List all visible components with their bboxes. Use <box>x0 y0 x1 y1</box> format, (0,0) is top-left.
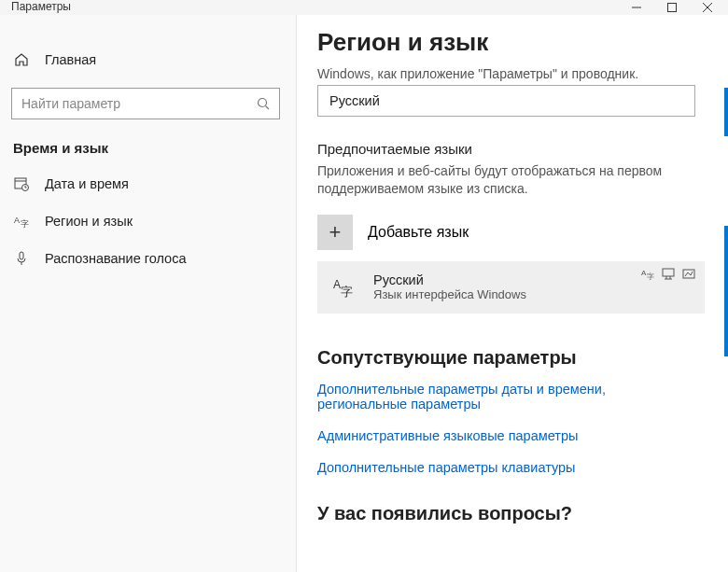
handwriting-icon <box>682 267 695 280</box>
language-feature-badges: A字 <box>641 267 695 280</box>
preferred-languages-desc: Приложения и веб-сайты будут отображатьс… <box>317 162 691 198</box>
preferred-languages-header: Предпочитаемые языки <box>317 141 704 157</box>
truncated-description: Windows, как приложение "Параметры" и пр… <box>317 66 704 81</box>
sidebar-item-label: Распознавание голоса <box>45 251 187 266</box>
language-card[interactable]: A字 Русский Язык интерфейса Windows A字 <box>317 261 705 314</box>
display-language-dropdown[interactable]: Русский <box>317 85 695 117</box>
main-panel: Регион и язык Windows, как приложение "П… <box>297 15 728 572</box>
close-button[interactable] <box>700 0 715 15</box>
svg-rect-19 <box>663 269 674 276</box>
sidebar-item-label: Регион и язык <box>45 214 133 229</box>
window-title: Параметры <box>7 0 71 13</box>
maximize-button[interactable] <box>665 0 679 15</box>
sidebar-item-region-language[interactable]: A字 Регион и язык <box>0 202 296 240</box>
display-language-value: Русский <box>329 93 380 108</box>
svg-rect-1 <box>668 4 677 12</box>
window-controls <box>629 0 721 15</box>
svg-rect-13 <box>20 252 23 259</box>
sidebar-home-label: Главная <box>45 52 96 67</box>
link-additional-keyboard[interactable]: Дополнительные параметры клавиатуры <box>317 460 691 475</box>
link-additional-date-time[interactable]: Дополнительные параметры даты и времени,… <box>317 382 691 412</box>
link-admin-language[interactable]: Административные языковые параметры <box>317 428 691 443</box>
text-to-speech-icon: A字 <box>641 267 654 280</box>
language-card-name: Русский <box>373 272 526 287</box>
calendar-clock-icon <box>13 175 30 192</box>
sidebar-group-header: Время и язык <box>0 119 296 165</box>
svg-text:A: A <box>333 278 341 291</box>
sidebar-item-date-time[interactable]: Дата и время <box>0 165 296 202</box>
svg-text:字: 字 <box>647 272 654 280</box>
language-icon: A字 <box>13 213 30 230</box>
language-glyph-icon: A字 <box>330 274 357 300</box>
sidebar: Главная Время и язык Дата и время A字 Рег… <box>0 15 297 572</box>
sidebar-home[interactable]: Главная <box>0 41 296 78</box>
titlebar: Параметры <box>0 0 728 15</box>
language-card-sub: Язык интерфейса Windows <box>373 287 526 301</box>
sidebar-item-speech[interactable]: Распознавание голоса <box>0 240 296 277</box>
svg-text:字: 字 <box>341 285 353 299</box>
svg-point-4 <box>259 99 267 107</box>
display-icon <box>662 267 675 280</box>
microphone-icon <box>13 250 30 267</box>
svg-text:字: 字 <box>21 219 29 229</box>
home-icon <box>13 51 30 68</box>
scroll-indicator[interactable] <box>724 226 728 356</box>
svg-line-5 <box>266 106 270 110</box>
related-settings-header: Сопутствующие параметры <box>317 347 704 369</box>
window-title-text: Параметры <box>11 0 71 13</box>
svg-text:A: A <box>14 216 20 225</box>
scroll-indicator[interactable] <box>724 88 728 136</box>
page-title: Регион и язык <box>317 28 704 57</box>
faq-header: У вас появились вопросы? <box>317 503 704 524</box>
sidebar-item-label: Дата и время <box>45 176 129 191</box>
add-language-label: Добавьте язык <box>368 224 469 241</box>
search-icon <box>257 97 270 110</box>
add-language-button[interactable]: + Добавьте язык <box>317 215 704 250</box>
minimize-button[interactable] <box>629 0 644 15</box>
search-input[interactable] <box>21 96 245 111</box>
search-box[interactable] <box>11 88 280 119</box>
plus-icon: + <box>317 215 353 250</box>
